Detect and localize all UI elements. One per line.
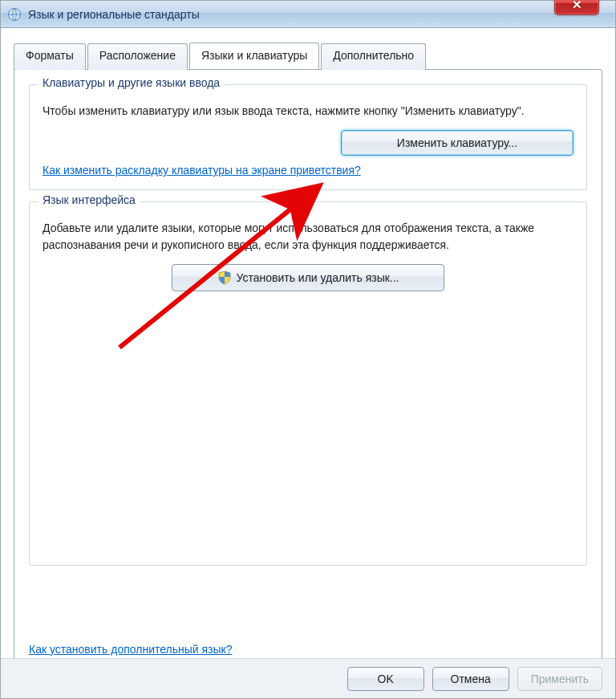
install-remove-language-button[interactable]: Установить или удалить язык... bbox=[172, 264, 444, 291]
apply-button: Применить bbox=[517, 667, 602, 691]
install-language-row: Установить или удалить язык... bbox=[43, 264, 573, 291]
close-button[interactable]: ✕ bbox=[554, 0, 599, 15]
tab-formats[interactable]: Форматы bbox=[14, 43, 86, 70]
install-additional-language-link[interactable]: Как установить дополнительный язык? bbox=[29, 643, 232, 656]
globe-icon bbox=[7, 7, 22, 22]
tab-location[interactable]: Расположение bbox=[87, 43, 188, 70]
content-area: Форматы Расположение Языки и клавиатуры … bbox=[1, 28, 615, 659]
tab-strip: Форматы Расположение Языки и клавиатуры … bbox=[14, 43, 602, 69]
install-remove-language-label: Установить или удалить язык... bbox=[237, 271, 399, 284]
tab-panel: Клавиатуры и другие языки ввода Чтобы из… bbox=[14, 69, 602, 668]
change-keyboard-button[interactable]: Изменить клавиатуру... bbox=[341, 130, 573, 156]
ok-button[interactable]: OK bbox=[347, 667, 424, 691]
group-keyboards: Клавиатуры и другие языки ввода Чтобы из… bbox=[29, 84, 587, 190]
close-icon: ✕ bbox=[572, 0, 582, 12]
cancel-button[interactable]: Отмена bbox=[432, 667, 509, 691]
change-keyboard-row: Изменить клавиатуру... bbox=[43, 130, 573, 156]
titlebar[interactable]: Язык и региональные стандарты ✕ bbox=[1, 1, 615, 28]
welcome-screen-layout-link[interactable]: Как изменить раскладку клавиатуры на экр… bbox=[43, 164, 361, 177]
uac-shield-icon bbox=[217, 270, 232, 285]
group-interface-text: Добавьте или удалите языки, которые могу… bbox=[43, 220, 573, 253]
group-keyboards-text: Чтобы изменить клавиатуру или язык ввода… bbox=[43, 103, 573, 119]
group-interface-legend: Язык интерфейса bbox=[38, 193, 140, 206]
group-keyboards-legend: Клавиатуры и другие языки ввода bbox=[38, 76, 225, 89]
group-interface-language: Язык интерфейса Добавьте или удалите язы… bbox=[29, 201, 587, 566]
dialog-footer: OK Отмена Применить bbox=[1, 658, 615, 698]
dialog-window: Язык и региональные стандарты ✕ Форматы … bbox=[0, 0, 616, 699]
tab-keyboards[interactable]: Языки и клавиатуры bbox=[189, 43, 319, 69]
window-title: Язык и региональные стандарты bbox=[28, 8, 200, 21]
tab-advanced[interactable]: Дополнительно bbox=[321, 43, 426, 70]
